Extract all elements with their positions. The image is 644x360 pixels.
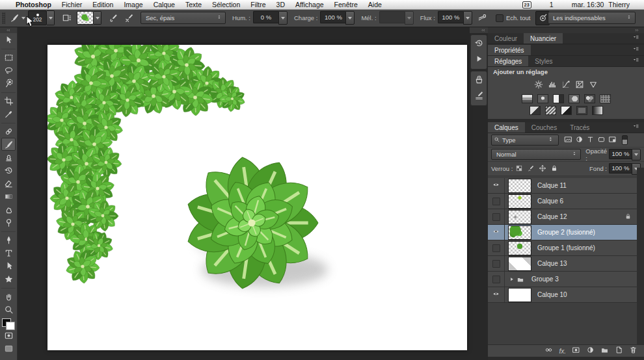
ministrip-collapse-bar[interactable] [470,27,488,33]
type-filter-icon[interactable] [586,135,595,145]
lock-transparency-icon[interactable] [515,164,523,174]
levels-icon[interactable] [548,80,557,92]
lock-paint-icon[interactable] [527,164,535,174]
move-tool[interactable] [1,33,16,46]
tab-couleur[interactable]: Couleur [488,33,524,44]
fill-control[interactable]: 100 % [609,163,641,175]
options-grip[interactable] [2,12,5,24]
load-brush-icon[interactable] [107,12,120,25]
photo-filter-icon[interactable] [569,94,580,103]
history-panel-icon[interactable] [472,36,486,52]
opacity-dropdown-button[interactable] [632,149,641,161]
marquee-tool[interactable] [1,49,16,64]
eyedropper-tool[interactable] [1,107,16,120]
toggle-brush-panel-icon[interactable] [60,12,73,25]
crop-tool[interactable] [1,92,16,107]
menu-s-lection[interactable]: Sélection [207,0,245,9]
layer-name[interactable]: Groupe 1 (fusionné) [537,244,595,251]
dodge-tool[interactable] [1,216,16,229]
layer-thumbnail[interactable] [508,257,531,271]
brush-settings-panel-icon[interactable] [472,88,486,104]
brightness-contrast-icon[interactable] [534,80,543,92]
user-name[interactable]: Thierry [608,1,630,8]
tab-couches[interactable]: Couches [525,122,563,133]
visibility-toggle[interactable] [488,287,505,302]
disclosure-triangle-icon[interactable] [509,276,515,283]
visibility-toggle[interactable] [488,240,505,255]
layer-row[interactable]: Groupe 1 (fusionné) [488,240,637,256]
screen-mode-button[interactable] [1,343,16,356]
menu-texte[interactable]: Texte [180,0,207,9]
type-tool[interactable] [1,246,16,259]
color-lookup-icon[interactable] [600,94,611,103]
clone-stamp-tool[interactable] [1,151,16,164]
layer-name[interactable]: Calque 12 [537,213,567,220]
layer-row[interactable]: Calque 6 [488,194,637,209]
layer-name[interactable]: Calque 11 [537,182,567,189]
layer-thumbnail[interactable] [508,225,531,240]
layer-name[interactable]: Groupe 2 (fusionné) [537,229,595,236]
link-layers-icon[interactable] [544,345,553,357]
add-mask-icon[interactable] [572,345,580,357]
layer-row[interactable]: Groupe 3 [488,272,637,287]
menu-3d[interactable]: 3D [271,0,290,9]
gradient-map-icon[interactable] [592,106,603,115]
selective-color-icon[interactable] [576,106,587,115]
menu-calque[interactable]: Calque [148,0,180,9]
load-dropdown-button[interactable] [345,11,355,25]
menu-fen-tre[interactable]: Fenêtre [329,0,363,9]
brush-preset-dropdown-button[interactable] [47,10,55,25]
new-adjustment-icon[interactable] [586,345,595,357]
channel-mixer-icon[interactable] [584,94,595,103]
curves-icon[interactable] [561,80,570,92]
black-white-icon[interactable] [553,94,564,103]
eraser-tool[interactable] [1,177,16,190]
gradient-tool[interactable] [1,190,16,203]
mix-dropdown-button[interactable] [405,11,414,25]
lock-all-icon[interactable] [550,164,558,174]
panel-menu-icon[interactable] [632,35,641,43]
hand-tool[interactable] [1,288,16,303]
smudge-tool[interactable] [1,203,16,216]
smart-object-filter-icon[interactable] [608,135,617,145]
layer-thumbnail[interactable] [508,210,531,224]
visibility-toggle[interactable] [488,256,505,271]
color-balance-icon[interactable] [537,94,548,103]
dock-collapse-bar[interactable] [488,27,644,33]
layer-thumbnail[interactable] [508,194,531,209]
flow-control[interactable]: 100 % [438,11,472,25]
menu-image[interactable]: Image [118,0,148,9]
history-brush-tool[interactable] [1,164,16,177]
menu-edition[interactable]: Edition [87,0,118,9]
wet-control[interactable]: 0 % [253,11,288,25]
apple-menu[interactable] [0,0,10,10]
delete-layer-icon[interactable] [629,345,637,357]
panel-menu-icon[interactable] [632,58,641,66]
menu-filtre[interactable]: Filtre [245,0,271,9]
layer-name[interactable]: Groupe 3 [531,276,559,283]
menu-clock[interactable]: mar. 16:30 [572,1,604,8]
visibility-toggle[interactable] [488,272,505,287]
tab-calques[interactable]: Calques [488,122,525,133]
current-brush-load-swatch[interactable] [73,11,101,25]
healing-brush-tool[interactable] [1,123,16,138]
visibility-toggle[interactable] [488,225,505,240]
lasso-tool[interactable] [1,64,16,77]
layer-filter-type-select[interactable]: Type [491,135,559,146]
lock-position-icon[interactable] [539,164,546,174]
layer-row[interactable]: Calque 10 [488,287,637,303]
layer-row[interactable]: Calque 11 [488,178,637,194]
new-layer-icon[interactable] [615,345,623,357]
shape-filter-icon[interactable] [597,135,606,145]
zoom-tool[interactable] [1,303,16,316]
tab-styles[interactable]: Styles [528,56,559,66]
menu-fichier[interactable]: Fichier [57,0,88,9]
layer-row[interactable]: Calque 13 [488,256,637,272]
layer-name[interactable]: Calque 13 [537,260,567,267]
load-control[interactable]: 100 % [320,11,355,25]
quick-mask-button[interactable] [1,330,16,343]
tab-nuancier[interactable]: Nuancier [524,33,563,44]
airbrush-icon[interactable] [476,12,489,25]
wet-dropdown-button[interactable] [278,11,288,25]
mix-value[interactable] [379,11,405,23]
